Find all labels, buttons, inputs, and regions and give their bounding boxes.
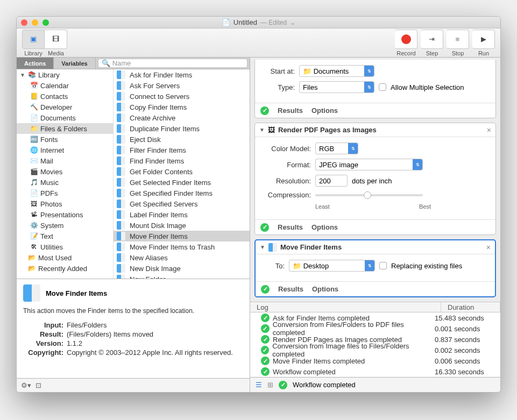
close-window-icon[interactable]: [21, 19, 27, 26]
duration-column-header[interactable]: Duration: [441, 302, 500, 312]
category-internet[interactable]: 🌐Internet: [17, 145, 113, 155]
action-filter-finder-items[interactable]: Filter Finder Items: [114, 145, 250, 155]
toolbar: ▣ 🎞 Library Media Record ⇥Step ■Stop ▶Ru…: [17, 29, 500, 58]
action-connect-to-servers[interactable]: Connect to Servers: [114, 91, 250, 102]
category-presentations[interactable]: 📽Presentations: [17, 209, 113, 220]
library-root[interactable]: ▼ 📚 Library: [17, 69, 113, 80]
expand-icon[interactable]: ⊡: [36, 381, 41, 389]
colormodel-label: Color Model:: [263, 145, 311, 153]
action-create-archive[interactable]: Create Archive: [114, 112, 250, 123]
category-mail[interactable]: ✉️Mail: [17, 155, 113, 166]
minimize-window-icon[interactable]: [32, 19, 38, 26]
format-select[interactable]: JPEG image⇅: [315, 159, 423, 170]
action-move-finder-items[interactable]: Move Finder Items: [114, 231, 250, 241]
category-developer[interactable]: 🔨Developer: [17, 102, 113, 112]
search-input[interactable]: 🔍 Name: [98, 59, 247, 68]
finder-icon: [117, 70, 125, 79]
app-window: 📄 Untitled — Edited ⌄ ▣ 🎞 Library Media …: [16, 16, 501, 393]
category-contacts[interactable]: 📒Contacts: [17, 91, 113, 102]
category-files-folders[interactable]: 📁Files & Folders: [17, 123, 113, 134]
action-get-specified-finder-items[interactable]: Get Specified Finder Items: [114, 188, 250, 198]
record-button[interactable]: [395, 30, 417, 49]
media-toggle-button[interactable]: 🎞: [45, 30, 67, 49]
category-documents[interactable]: 📄Documents: [17, 112, 113, 123]
replace-checkbox[interactable]: [379, 262, 387, 269]
slider-thumb-icon[interactable]: [364, 191, 371, 199]
library-icon: 📚: [27, 70, 36, 79]
action-new-folder[interactable]: New Folder: [114, 274, 250, 279]
results-button[interactable]: Results: [278, 106, 303, 115]
category-pdfs[interactable]: 📄PDFs: [17, 188, 113, 198]
right-footer: ☰ ⊞ ✓ Workflow completed: [250, 377, 500, 392]
action-duplicate-finder-items[interactable]: Duplicate Finder Items: [114, 123, 250, 134]
tab-actions[interactable]: Actions: [17, 58, 54, 69]
chevron-down-icon[interactable]: ⌄: [290, 19, 295, 26]
action-label-finder-items[interactable]: Label Finder Items: [114, 209, 250, 220]
edited-indicator[interactable]: — Edited: [260, 19, 287, 26]
allow-multiple-checkbox[interactable]: [379, 83, 386, 91]
startat-select[interactable]: 📁 Documents⇅: [299, 65, 374, 77]
action-ask-for-finder-items[interactable]: Ask for Finder Items: [114, 69, 250, 80]
tab-variables[interactable]: Variables: [54, 58, 95, 69]
category-music[interactable]: 🎵Music: [17, 177, 113, 188]
to-select[interactable]: 📁 Desktop⇅: [289, 260, 375, 272]
close-icon[interactable]: ×: [486, 243, 491, 252]
category-label: Fonts: [40, 136, 58, 144]
disclosure-triangle-icon[interactable]: ▼: [20, 72, 25, 78]
grid-view-icon[interactable]: ⊞: [267, 381, 273, 389]
action-move-finder-items[interactable]: ▼ Move Finder Items × To: 📁 Desktop⇅ Rep…: [254, 239, 496, 297]
category-utilities[interactable]: 🛠Utilities: [17, 241, 113, 252]
action-move-finder-items-to-trash[interactable]: Move Finder Items to Trash: [114, 241, 250, 252]
log-row[interactable]: ✓Conversion from Image files to Files/Fo…: [250, 345, 500, 355]
action-get-folder-contents[interactable]: Get Folder Contents: [114, 166, 250, 177]
category-fonts[interactable]: 🔤Fonts: [17, 134, 113, 145]
log-message: Workflow completed: [273, 368, 336, 376]
action-title: Move Finder Items: [280, 243, 483, 251]
resolution-input[interactable]: [315, 175, 348, 187]
disclosure-triangle-icon[interactable]: ▼: [260, 244, 265, 250]
action-get-specified-servers[interactable]: Get Specified Servers: [114, 198, 250, 209]
compression-label: Compression:: [263, 191, 311, 199]
gear-icon[interactable]: ⚙︎▾: [21, 381, 31, 389]
action-copy-finder-items[interactable]: Copy Finder Items: [114, 102, 250, 112]
log-column-header[interactable]: Log: [250, 302, 441, 312]
zoom-window-icon[interactable]: [43, 19, 49, 26]
action-eject-disk[interactable]: Eject Disk: [114, 134, 250, 145]
action-mount-disk-image[interactable]: Mount Disk Image: [114, 220, 250, 231]
compression-slider[interactable]: [315, 194, 423, 196]
info-input-value: Files/Folders: [67, 321, 243, 329]
action-new-aliases[interactable]: New Aliases: [114, 252, 250, 263]
log-row[interactable]: ✓Workflow completed16.330 seconds: [250, 366, 500, 377]
action-new-disk-image[interactable]: New Disk Image: [114, 263, 250, 274]
options-button[interactable]: Options: [311, 223, 338, 231]
results-button[interactable]: Results: [278, 223, 303, 231]
colormodel-select[interactable]: RGB⇅: [315, 143, 358, 154]
run-button[interactable]: ▶: [472, 30, 495, 49]
type-select[interactable]: Files⇅: [299, 81, 374, 93]
finder-icon: [117, 135, 125, 144]
options-button[interactable]: Options: [312, 285, 338, 293]
category-movies[interactable]: 🎬Movies: [17, 166, 113, 177]
step-button[interactable]: ⇥: [421, 30, 443, 49]
smart-folder-most-used[interactable]: 📂Most Used: [17, 252, 113, 263]
log-row[interactable]: ✓Conversion from Files/Folders to PDF fi…: [250, 323, 500, 334]
action-get-selected-finder-items[interactable]: Get Selected Finder Items: [114, 177, 250, 188]
resolution-unit: dots per inch: [352, 177, 392, 185]
action-find-finder-items[interactable]: Find Finder Items: [114, 155, 250, 166]
disclosure-triangle-icon[interactable]: ▼: [259, 127, 265, 133]
action-ask-for-servers[interactable]: Ask For Servers: [114, 80, 250, 91]
list-view-icon[interactable]: ☰: [256, 381, 262, 389]
stop-button[interactable]: ■: [447, 30, 469, 49]
results-button[interactable]: Results: [278, 285, 303, 293]
library-toggle-button[interactable]: ▣: [22, 30, 45, 49]
options-button[interactable]: Options: [311, 106, 338, 115]
category-system[interactable]: ⚙️System: [17, 220, 113, 231]
category-text[interactable]: 📝Text: [17, 231, 113, 241]
log-row[interactable]: ✓Move Finder Items completed0.006 second…: [250, 355, 500, 366]
category-calendar[interactable]: 📅Calendar: [17, 80, 113, 91]
category-photos[interactable]: 🖼Photos: [17, 198, 113, 209]
smart-folder-recently-added[interactable]: 📂Recently Added: [17, 263, 113, 274]
close-icon[interactable]: ×: [487, 126, 491, 134]
finder-icon: [117, 189, 125, 197]
action-label: Mount Disk Image: [130, 222, 186, 230]
